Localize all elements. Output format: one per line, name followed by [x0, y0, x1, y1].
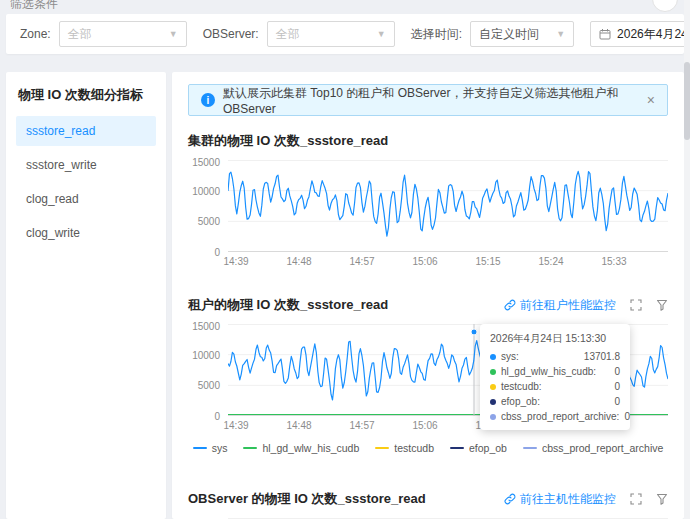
tooltip-timestamp: 2026年4月24日 15:13:30 — [490, 332, 620, 346]
x-tick: 14:39 — [223, 256, 248, 267]
legend-label: efop_ob — [469, 442, 507, 454]
date-range: 2026年4月24日 14 2026年4月24日 15 — [590, 21, 690, 47]
chevron-down-icon: ▼ — [377, 30, 386, 39]
cluster-chart-x-axis: 14:39 14:48 14:57 15:06 15:15 15:24 15:3… — [228, 252, 668, 268]
observer-select-value: 全部 — [276, 26, 377, 43]
legend-marker — [375, 447, 389, 449]
x-tick: 15:06 — [412, 420, 437, 431]
cluster-io-chart-canvas[interactable] — [228, 160, 668, 252]
y-tick: 15000 — [192, 157, 220, 168]
tenant-io-chart: 15000 10000 5000 0 14:39 14:48 14:57 15:… — [188, 324, 668, 432]
series-dot — [490, 414, 496, 420]
series-value: 0 — [614, 381, 620, 392]
legend-item-efop-ob[interactable]: efop_ob — [450, 442, 507, 454]
sidebar-item-clog-read[interactable]: clog_read — [16, 184, 156, 214]
chart-tooltip: 2026年4月24日 15:13:30 sys: 13701.8 hl_gd_w… — [480, 324, 630, 430]
x-tick: 15:15 — [475, 256, 500, 267]
legend-label: testcudb — [394, 442, 434, 454]
date-start-picker[interactable]: 2026年4月24日 14 — [590, 21, 690, 47]
tooltip-row: sys: 13701.8 — [490, 351, 620, 362]
y-tick: 15000 — [192, 321, 220, 332]
x-tick: 14:57 — [349, 420, 374, 431]
time-filter: 选择时间: 自定义时间 ▼ — [411, 21, 574, 47]
series-dot — [490, 399, 496, 405]
observer-filter: OBServer: 全部 ▼ — [203, 21, 395, 47]
time-mode-select[interactable]: 自定义时间 ▼ — [470, 21, 574, 47]
series-value: 0 — [614, 396, 620, 407]
expand-icon[interactable] — [630, 493, 642, 505]
info-banner: i 默认展示此集群 Top10 的租户和 OBServer，并支持自定义筛选其他… — [188, 84, 668, 116]
observer-select[interactable]: 全部 ▼ — [267, 21, 395, 47]
expand-icon[interactable] — [630, 299, 642, 311]
sidebar-title: 物理 IO 次数细分指标 — [18, 86, 154, 104]
tooltip-row: hl_gd_wlw_his_cudb: 0 — [490, 366, 620, 377]
zone-select-value: 全部 — [68, 26, 169, 43]
y-tick: 5000 — [198, 380, 220, 391]
legend-item-hl-gd-wlw-his-cudb[interactable]: hl_gd_wlw_his_cudb — [243, 442, 359, 454]
time-mode-value: 自定义时间 — [479, 26, 556, 43]
series-name: sys: — [501, 351, 519, 362]
y-tick: 10000 — [192, 350, 220, 361]
tenant-chart-title: 租户的物理 IO 次数_ssstore_read — [188, 296, 504, 314]
date-start-value: 2026年4月24日 14 — [617, 26, 690, 43]
sidebar-item-clog-write[interactable]: clog_write — [16, 218, 156, 248]
close-icon[interactable]: × — [647, 93, 655, 107]
y-tick: 10000 — [192, 186, 220, 197]
series-value: 13701.8 — [584, 351, 620, 362]
tooltip-row: testcudb: 0 — [490, 381, 620, 392]
series-name: testcudb: — [501, 381, 542, 392]
filter-icon[interactable] — [656, 299, 668, 311]
tenant-perf-link[interactable]: 前往租户性能监控 — [504, 297, 616, 314]
legend-label: hl_gd_wlw_his_cudb — [262, 442, 359, 454]
tenant-perf-link-label: 前往租户性能监控 — [520, 297, 616, 314]
y-tick: 0 — [214, 247, 220, 258]
x-tick: 14:39 — [223, 420, 248, 431]
legend-marker — [523, 447, 537, 449]
tenant-chart-y-axis: 15000 10000 5000 0 — [188, 324, 228, 432]
page-scrollbar-thumb[interactable] — [684, 62, 690, 140]
legend-item-cbss-prod-report-archive[interactable]: cbss_prod_report_archive — [523, 442, 663, 454]
cluster-chart-y-axis: 15000 10000 5000 0 — [188, 160, 228, 268]
zone-select[interactable]: 全部 ▼ — [59, 21, 187, 47]
series-dot — [490, 384, 496, 390]
series-name: cbss_prod_report_archive: — [501, 411, 619, 422]
x-tick: 15:24 — [538, 256, 563, 267]
filter-bar: Zone: 全部 ▼ OBServer: 全部 ▼ 选择时间: 自定义时间 ▼ … — [6, 14, 684, 54]
observer-chart-title: OBServer 的物理 IO 次数_ssstore_read — [188, 490, 499, 508]
x-tick: 14:57 — [349, 256, 374, 267]
x-tick: 15:33 — [601, 256, 626, 267]
series-name: hl_gd_wlw_his_cudb: — [501, 366, 596, 377]
legend-label: cbss_prod_report_archive — [542, 442, 663, 454]
cluster-io-chart: 15000 10000 5000 0 14:39 14:48 14:57 15:… — [188, 160, 668, 268]
tenant-chart-legend: sys hl_gd_wlw_his_cudb testcudb efop_ob … — [188, 440, 668, 456]
cluster-chart-title: 集群的物理 IO 次数_ssstore_read — [188, 132, 668, 150]
legend-item-testcudb[interactable]: testcudb — [375, 442, 434, 454]
legend-marker — [243, 447, 257, 449]
time-label: 选择时间: — [411, 26, 462, 43]
metric-sidebar: 物理 IO 次数细分指标 ssstore_read ssstore_write … — [6, 72, 166, 519]
info-icon: i — [201, 93, 215, 107]
observer-chart-header: OBServer 的物理 IO 次数_ssstore_read 前往主机性能监控 — [188, 490, 668, 508]
zone-label: Zone: — [20, 27, 51, 41]
sidebar-item-ssstore-write[interactable]: ssstore_write — [16, 150, 156, 180]
charts-panel: i 默认展示此集群 Top10 的租户和 OBServer，并支持自定义筛选其他… — [172, 72, 684, 519]
series-dot — [490, 369, 496, 375]
legend-item-sys[interactable]: sys — [193, 442, 228, 454]
observer-label: OBServer: — [203, 27, 259, 41]
host-perf-link[interactable]: 前往主机性能监控 — [504, 491, 616, 508]
x-tick: 14:48 — [286, 420, 311, 431]
chevron-down-icon: ▼ — [169, 30, 178, 39]
filter-icon[interactable] — [656, 493, 668, 505]
link-icon — [504, 493, 516, 505]
tenant-chart-header: 租户的物理 IO 次数_ssstore_read 前往租户性能监控 — [188, 296, 668, 314]
series-value: 0 — [624, 411, 630, 422]
x-tick: 15:06 — [412, 256, 437, 267]
series-dot — [490, 354, 496, 360]
tooltip-row: cbss_prod_report_archive: 0 — [490, 411, 620, 422]
sidebar-item-ssstore-read[interactable]: ssstore_read — [16, 116, 156, 146]
tooltip-row: efop_ob: 0 — [490, 396, 620, 407]
top-right-partial-button[interactable] — [652, 0, 678, 12]
zone-filter: Zone: 全部 ▼ — [20, 21, 187, 47]
series-name: efop_ob: — [501, 396, 540, 407]
calendar-icon — [599, 28, 611, 40]
